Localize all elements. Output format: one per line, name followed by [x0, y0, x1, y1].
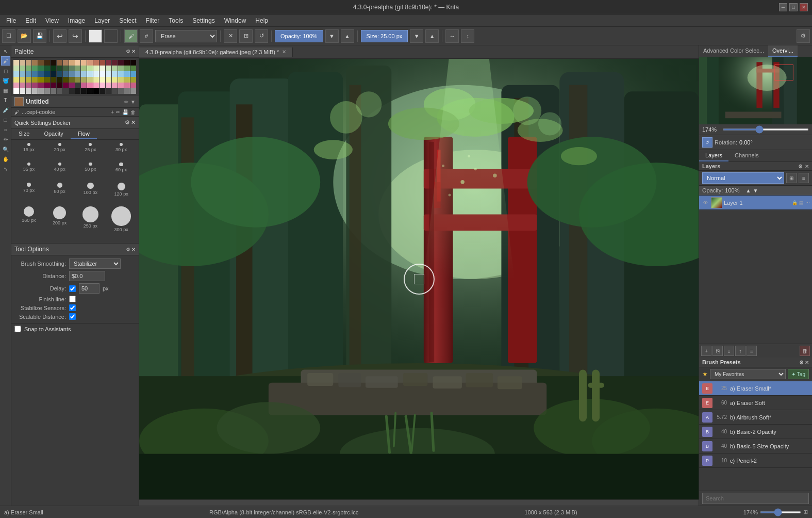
layer-visibility-icon[interactable]: 👁 — [701, 199, 709, 207]
color-swatch[interactable] — [57, 77, 62, 83]
to-close-icon[interactable]: ✕ — [131, 247, 136, 252]
color-swatch[interactable] — [124, 77, 130, 83]
color-swatch[interactable] — [51, 66, 56, 71]
color-swatch[interactable] — [124, 66, 130, 71]
rotation-reset-icon[interactable]: ↺ — [702, 137, 712, 148]
color-swatch[interactable] — [26, 77, 31, 83]
color-swatch[interactable] — [106, 71, 111, 77]
size-button[interactable]: Size: 25.00 px — [361, 30, 408, 42]
layers-settings-icon[interactable]: ⚙ — [798, 164, 803, 169]
grid-button[interactable]: # — [140, 29, 153, 43]
color-swatch[interactable] — [38, 77, 44, 83]
qs-settings-icon[interactable]: ⚙ — [125, 119, 130, 126]
search-input[interactable] — [702, 493, 809, 504]
color-swatch[interactable] — [93, 60, 99, 66]
tool-path[interactable]: ✏ — [1, 135, 10, 144]
preset-basic5-size-opacity[interactable]: B 40 b) Basic-5 Size Opacity — [699, 439, 812, 454]
color-swatch[interactable] — [100, 88, 105, 94]
color-swatch[interactable] — [130, 71, 136, 77]
color-swatch[interactable] — [38, 88, 44, 94]
bp-settings-icon[interactable]: ⚙ — [799, 360, 804, 365]
tag-button[interactable]: ✦ Tag — [788, 369, 809, 379]
color-swatch[interactable] — [75, 60, 80, 66]
foreground-color-box[interactable] — [14, 97, 24, 106]
maximize-button[interactable]: □ — [789, 3, 798, 11]
color-swatch[interactable] — [57, 83, 62, 88]
color-swatch[interactable] — [93, 71, 99, 77]
color-swatch[interactable] — [93, 77, 99, 83]
color-swatch[interactable] — [38, 60, 44, 66]
brush-size-preset[interactable]: 25 px — [76, 143, 105, 160]
menu-edit[interactable]: Edit — [21, 16, 40, 25]
color-swatch[interactable] — [20, 88, 25, 94]
color-swatch[interactable] — [87, 77, 93, 83]
color-swatch[interactable] — [87, 71, 93, 77]
color-swatch[interactable] — [20, 71, 25, 77]
color-swatch[interactable] — [124, 71, 130, 77]
tool-gradient[interactable]: ▦ — [1, 86, 10, 95]
new-doc-button[interactable]: ☐ — [2, 29, 15, 43]
color-swatch[interactable] — [118, 88, 124, 94]
opacity-up[interactable]: ▲ — [341, 29, 354, 43]
color-swatch[interactable] — [75, 71, 80, 77]
color-swatch[interactable] — [69, 71, 75, 77]
color-swatch[interactable] — [81, 66, 87, 71]
opacity-button[interactable]: Opacity: 100% — [275, 30, 323, 42]
brush-title-edit-icon[interactable]: ✏ — [124, 99, 128, 105]
menu-view[interactable]: View — [41, 16, 63, 25]
color-swatch[interactable] — [13, 77, 19, 83]
tab-flow[interactable]: Flow — [71, 129, 97, 139]
tool-text[interactable]: T — [1, 95, 10, 105]
menu-image[interactable]: Image — [64, 16, 89, 25]
layers-sort-icon[interactable]: ≡ — [799, 173, 809, 183]
tab-channels[interactable]: Channels — [728, 150, 765, 161]
color-swatch[interactable] — [81, 88, 87, 94]
palette-close-icon[interactable]: ✕ — [131, 48, 136, 54]
brush-add-icon[interactable]: + — [111, 109, 114, 115]
brush-size-preset[interactable]: 200 px — [45, 206, 74, 240]
color-swatch[interactable] — [100, 77, 105, 83]
layers-more-button[interactable]: ≡ — [747, 346, 757, 356]
brush-save-icon[interactable]: 💾 — [122, 109, 128, 115]
canvas-tab-close[interactable]: ✕ — [282, 49, 286, 55]
tab-overview[interactable]: Overvi... — [768, 45, 798, 57]
color-swatch[interactable] — [51, 71, 56, 77]
color-swatch[interactable] — [57, 60, 62, 66]
color-swatch[interactable] — [100, 60, 105, 66]
color-swatch[interactable] — [69, 83, 75, 88]
color-swatch[interactable] — [32, 60, 38, 66]
color-swatch[interactable] — [100, 66, 105, 71]
brush-size-preset[interactable]: 60 px — [107, 163, 136, 181]
menu-select[interactable]: Select — [115, 16, 140, 25]
color-swatch[interactable] — [106, 77, 111, 83]
color-swatch[interactable] — [26, 60, 31, 66]
color-swatch[interactable] — [69, 88, 75, 94]
color-swatch[interactable] — [26, 88, 31, 94]
color-swatch[interactable] — [44, 71, 50, 77]
tool-transform[interactable]: ⤡ — [1, 164, 10, 173]
menu-settings[interactable]: Settings — [188, 16, 219, 25]
opacity-up-icon[interactable]: ▲ — [746, 188, 751, 193]
brush-size-preset[interactable]: 100 px — [76, 183, 105, 205]
move-layer-up-button[interactable]: ↑ — [735, 346, 745, 356]
mirror-v-button[interactable]: ↔ — [445, 29, 459, 43]
brush-size-preset[interactable]: 35 px — [14, 163, 43, 181]
bg-color-btn[interactable] — [104, 29, 118, 43]
tool-fill[interactable]: 🪣 — [1, 76, 10, 85]
menu-tools[interactable]: Tools — [164, 16, 187, 25]
size-down[interactable]: ▼ — [410, 29, 423, 43]
settings-gear-icon[interactable]: ⚙ — [797, 29, 810, 43]
color-swatch[interactable] — [75, 77, 80, 83]
color-swatch[interactable] — [87, 66, 93, 71]
color-swatch[interactable] — [81, 83, 87, 88]
stabilize-sensors-checkbox[interactable] — [69, 304, 76, 311]
color-swatch[interactable] — [130, 83, 136, 88]
color-swatch[interactable] — [20, 77, 25, 83]
undo-button[interactable]: ↩ — [53, 29, 67, 43]
color-swatch[interactable] — [93, 83, 99, 88]
color-swatch[interactable] — [63, 77, 69, 83]
color-swatch[interactable] — [63, 83, 69, 88]
layer-lock-icon[interactable]: 🔒 — [792, 200, 798, 205]
color-swatch[interactable] — [44, 88, 50, 94]
close-button[interactable]: ✕ — [800, 3, 808, 11]
